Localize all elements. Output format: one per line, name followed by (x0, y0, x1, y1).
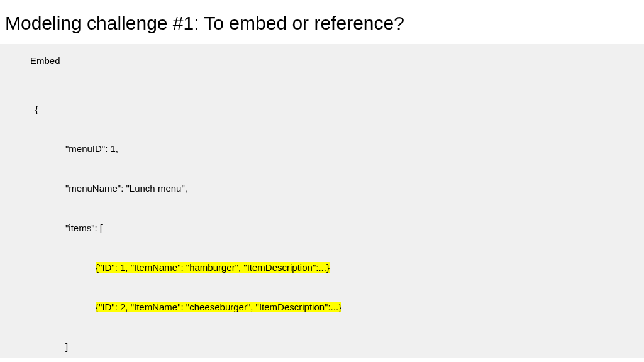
code-line: "menuName": "Lunch menu", (30, 182, 644, 195)
code-line: "items": [ (30, 221, 644, 234)
code-area: Embed { "menuID": 1, "menuName": "Lunch … (0, 44, 644, 358)
code-line: {"ID": 2, "ItemName": "cheeseburger", "I… (30, 300, 644, 314)
highlighted-embed-item-1: {"ID": 1, "ItemName": "hamburger", "Item… (96, 262, 330, 273)
embed-label: Embed (30, 54, 644, 67)
code-line: {"ID": 1, "ItemName": "hamburger", "Item… (30, 261, 644, 274)
slide-title: Modeling challenge #1: To embed or refer… (0, 0, 644, 44)
highlighted-embed-item-2: {"ID": 2, "ItemName": "cheeseburger", "I… (96, 302, 341, 312)
embed-code: { "menuID": 1, "menuName": "Lunch menu",… (30, 76, 644, 362)
code-line: { (30, 102, 644, 116)
code-line: ] (30, 340, 644, 353)
code-line: "menuID": 1, (30, 142, 644, 155)
